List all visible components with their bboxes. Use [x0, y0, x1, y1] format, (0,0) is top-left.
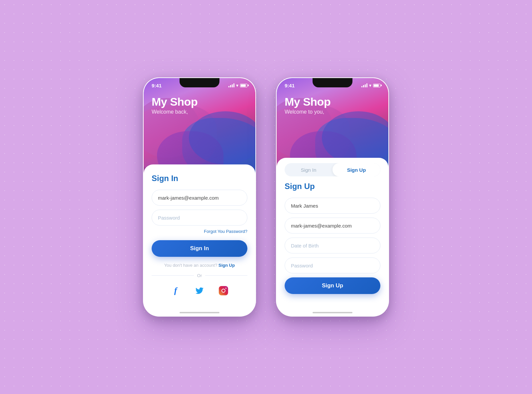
signin-card: Sign In Forgot You Password? Sign In You… [144, 164, 255, 316]
phone-subtitle-2: Welcome to you, [285, 109, 331, 115]
battery-icon-1 [240, 84, 247, 87]
email-input-signup[interactable] [285, 218, 380, 234]
signal-icon-1 [228, 83, 234, 87]
notch-2 [313, 78, 352, 87]
phone-title-2: My Shop [285, 95, 331, 108]
signin-card-title: Sign In [152, 174, 247, 183]
twitter-icon [196, 287, 203, 294]
forgot-password-link[interactable]: Forgot You Password? [152, 228, 247, 234]
home-indicator-2 [313, 312, 352, 313]
wifi-icon-1: ▾ [236, 83, 238, 88]
signal-icon-2 [361, 83, 367, 87]
status-time-1: 9:41 [152, 83, 162, 88]
facebook-icon: f [174, 286, 177, 296]
email-input-signin[interactable] [152, 190, 247, 206]
signup-card-title: Sign Up [285, 182, 380, 191]
status-icons-1: ▾ [228, 83, 247, 88]
phone-signup: 9:41 ▾ My Shop Welcome to you, [276, 77, 389, 317]
instagram-button[interactable] [216, 283, 231, 298]
phone-subtitle-1: Welcome back, [152, 109, 198, 115]
password-input-signup[interactable] [285, 257, 380, 273]
tab-signin[interactable]: Sign In [285, 163, 332, 176]
phone-header-2: My Shop Welcome to you, [285, 95, 331, 115]
facebook-button[interactable]: f [168, 283, 183, 298]
status-time-2: 9:41 [285, 83, 295, 88]
instagram-icon [219, 286, 228, 295]
status-icons-2: ▾ [361, 83, 380, 88]
signup-button[interactable]: Sign Up [285, 277, 380, 294]
phone-title-1: My Shop [152, 95, 198, 108]
forgot-password-text[interactable]: Forgot You Password? [204, 229, 247, 234]
password-input-signin[interactable] [152, 210, 247, 226]
twitter-button[interactable] [192, 283, 207, 298]
signin-button[interactable]: Sign In [152, 240, 247, 257]
notch [180, 78, 219, 87]
signup-link[interactable]: Sign Up [218, 263, 235, 268]
phone-header-1: My Shop Welcome back, [152, 95, 198, 115]
dob-input[interactable] [285, 238, 380, 253]
tab-bar: Sign In Sign Up [285, 163, 380, 176]
or-divider: Or [152, 273, 247, 278]
or-text: Or [197, 273, 202, 278]
wifi-icon-2: ▾ [369, 83, 371, 88]
home-indicator-1 [180, 312, 219, 313]
signup-prompt: You don't have an account? Sign Up [152, 263, 247, 268]
battery-icon-2 [373, 84, 380, 87]
signup-card: Sign In Sign Up Sign Up Sign Up [277, 158, 388, 316]
phones-container: 9:41 ▾ My Shop Welcome back, Sign In [143, 77, 389, 317]
social-icons: f [152, 283, 247, 298]
phone-signin: 9:41 ▾ My Shop Welcome back, Sign In [143, 77, 256, 317]
no-account-text: You don't have an account? [164, 263, 217, 268]
name-input[interactable] [285, 198, 380, 214]
tab-signup[interactable]: Sign Up [332, 163, 380, 176]
